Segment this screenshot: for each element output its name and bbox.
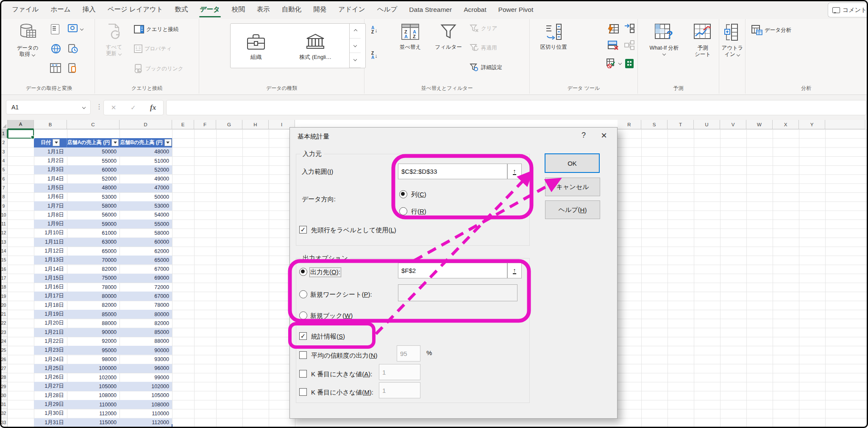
formula-input[interactable] (166, 100, 866, 115)
row-header[interactable]: 2 (0, 138, 8, 147)
sales-cell[interactable]: 92000 (67, 337, 120, 346)
sales-cell[interactable]: 96000 (120, 364, 172, 373)
sales-cell[interactable]: 48000 (120, 147, 172, 156)
menu-tab[interactable]: ファイル (6, 1, 45, 18)
sales-cell[interactable]: 75000 (67, 274, 120, 283)
existing-connections-icon[interactable] (68, 63, 77, 73)
reapply-filter-button[interactable]: 再適用 (470, 44, 497, 52)
date-cell[interactable]: 1月18日 (34, 301, 67, 310)
row-header[interactable]: 7 (0, 183, 8, 192)
date-cell[interactable]: 1月29日 (34, 400, 67, 409)
sales-cell[interactable]: 70000 (67, 256, 120, 264)
row-header[interactable]: 33 (0, 418, 8, 427)
date-cell[interactable]: 1月22日 (34, 337, 67, 346)
sales-cell[interactable]: 52000 (120, 165, 172, 174)
sales-cell[interactable]: 55000 (120, 220, 172, 228)
dialog-close-icon[interactable]: ✕ (597, 131, 611, 140)
gallery-scrollbar[interactable] (349, 24, 361, 68)
input-range-picker-button[interactable]: ↑ (507, 164, 522, 179)
sales-cell[interactable]: 78000 (120, 301, 172, 310)
row-header[interactable]: 22 (0, 319, 8, 328)
new-worksheet-radio[interactable] (299, 290, 307, 298)
properties-button[interactable]: プロパティ (134, 44, 172, 53)
row-header[interactable]: 32 (0, 409, 8, 418)
kth-smallest-checkbox[interactable] (299, 388, 307, 396)
menu-tab[interactable]: Data Streamer (403, 2, 458, 18)
sales-cell[interactable]: 58000 (120, 228, 172, 237)
get-data-button[interactable]: データの 取得 (9, 22, 46, 58)
relationships-icon[interactable] (624, 40, 635, 50)
column-header[interactable]: V (720, 120, 746, 129)
name-box[interactable]: A1 (6, 100, 91, 114)
date-cell[interactable]: 1月2日 (34, 156, 67, 165)
column-header[interactable]: D (120, 120, 172, 129)
comments-button[interactable]: コメント (828, 3, 868, 17)
confirm-entry-icon[interactable]: ✓ (131, 104, 136, 111)
outline-button[interactable]: アウトラ イン (720, 23, 745, 58)
table-resize-handle[interactable] (169, 424, 172, 428)
sales-cell[interactable]: 98000 (67, 355, 120, 364)
date-cell[interactable]: 1月28日 (34, 391, 67, 400)
dialog-help-icon[interactable]: ? (576, 131, 591, 140)
column-header[interactable]: H (242, 120, 269, 129)
date-cell[interactable]: 1月26日 (34, 373, 67, 382)
row-header[interactable]: 8 (0, 192, 8, 201)
row-header[interactable]: 16 (0, 265, 8, 274)
date-cell[interactable]: 1月10日 (34, 228, 67, 237)
from-picture-icon[interactable] (68, 24, 84, 33)
column-header[interactable]: E (172, 120, 194, 129)
kth-smallest-field[interactable]: 1 (379, 382, 420, 398)
sales-cell[interactable]: 55000 (67, 156, 120, 165)
text-to-columns-button[interactable]: 区切り位置 (533, 23, 574, 50)
sales-cell[interactable]: 80000 (67, 292, 120, 300)
menu-tab[interactable]: ページ レイアウト (102, 1, 169, 18)
column-header[interactable]: B (34, 120, 67, 129)
row-header[interactable]: 14 (0, 247, 8, 256)
sales-cell[interactable]: 99000 (120, 373, 172, 382)
menu-tab[interactable]: 数式 (169, 1, 194, 18)
column-header[interactable]: G (216, 120, 242, 129)
sales-cell[interactable]: 53000 (120, 201, 172, 210)
sales-cell[interactable]: 82000 (120, 319, 172, 328)
row-header[interactable]: 26 (0, 355, 8, 364)
date-cell[interactable]: 1月20日 (34, 319, 67, 328)
sales-cell[interactable]: 60000 (120, 238, 172, 247)
sales-cell[interactable]: 88000 (67, 319, 120, 328)
sales-cell[interactable]: 52000 (67, 174, 120, 183)
sales-cell[interactable]: 112000 (67, 409, 120, 418)
row-header[interactable]: 23 (0, 328, 8, 337)
date-cell[interactable]: 1月31日 (34, 418, 67, 427)
date-cell[interactable]: 1月1日 (34, 147, 67, 156)
labels-in-first-row-checkbox[interactable]: ✓ (299, 226, 307, 233)
row-header[interactable]: 15 (0, 256, 8, 264)
date-cell[interactable]: 1月15日 (34, 274, 67, 283)
sales-cell[interactable]: 59000 (67, 220, 120, 228)
new-worksheet-field[interactable] (398, 284, 517, 301)
date-cell[interactable]: 1月21日 (34, 328, 67, 337)
sales-cell[interactable]: 102000 (120, 382, 172, 391)
summary-statistics-checkbox[interactable]: ✓ (299, 332, 307, 340)
columns-radio[interactable] (399, 190, 407, 198)
column-header[interactable]: F (194, 120, 216, 129)
row-header[interactable]: 31 (0, 400, 8, 409)
sales-cell[interactable]: 78000 (67, 283, 120, 292)
date-cell[interactable]: 1月19日 (34, 310, 67, 319)
menu-tab[interactable]: データ (194, 1, 226, 18)
sales-cell[interactable]: 93000 (120, 355, 172, 364)
menu-tab[interactable]: ホーム (45, 1, 76, 18)
column-header[interactable]: S (641, 120, 668, 129)
sales-cell[interactable]: 102000 (67, 373, 120, 382)
date-cell[interactable]: 1月3日 (34, 165, 67, 174)
from-table-range-icon[interactable] (50, 63, 61, 73)
sales-cell[interactable]: 108000 (120, 400, 172, 409)
column-header[interactable]: U (694, 120, 720, 129)
sales-cell[interactable]: 51000 (120, 156, 172, 165)
row-header[interactable]: 20 (0, 301, 8, 310)
date-cell[interactable]: 1月16日 (34, 283, 67, 292)
row-header[interactable]: 28 (0, 373, 8, 382)
column-header[interactable]: R (618, 120, 641, 129)
filter-dropdown-icon[interactable] (111, 139, 119, 146)
refresh-all-button[interactable]: すべて 更新 (99, 22, 129, 57)
select-all-corner[interactable] (0, 120, 8, 129)
menu-tab[interactable]: Acrobat (458, 2, 492, 18)
